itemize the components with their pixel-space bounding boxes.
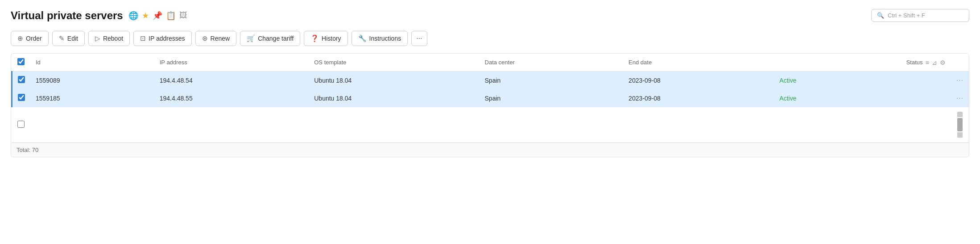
table-row: 1559089 194.4.48.54 Ubuntu 18.04 Spain 2… bbox=[12, 72, 969, 89]
toolbar: ⊕ Order ✎ Edit ▷ Reboot ⊡ IP addresses ⊛… bbox=[11, 31, 969, 46]
history-button[interactable]: ❓ History bbox=[304, 31, 348, 46]
reboot-label: Reboot bbox=[103, 35, 123, 42]
edit-icon: ✎ bbox=[59, 34, 65, 42]
header-checkbox-cell[interactable] bbox=[12, 54, 31, 72]
order-button[interactable]: ⊕ Order bbox=[11, 31, 49, 46]
servers-table: Id IP address OS template Data center En… bbox=[11, 54, 969, 143]
col-ip: IP address bbox=[154, 54, 309, 72]
row-actions-1[interactable]: ··· bbox=[951, 72, 969, 89]
scrollbar-col-header bbox=[951, 54, 969, 72]
col-status: Status ≡ ⊿ ⚙ bbox=[774, 54, 951, 72]
row-ip-1: 194.4.48.54 bbox=[154, 72, 309, 89]
table-header-row: Id IP address OS template Data center En… bbox=[12, 54, 969, 72]
ip-icon: ⊡ bbox=[140, 34, 146, 42]
instructions-button[interactable]: 🔧 Instructions bbox=[351, 31, 408, 46]
row-os-3 bbox=[309, 107, 479, 143]
row-status-1: Active bbox=[774, 72, 951, 89]
row-dc-3 bbox=[480, 107, 624, 143]
renew-button[interactable]: ⊛ Renew bbox=[195, 31, 237, 46]
col-enddate: End date bbox=[623, 54, 774, 72]
row-checkbox-2[interactable] bbox=[18, 94, 25, 101]
col-id: Id bbox=[30, 54, 154, 72]
col-menu-icon[interactable]: ≡ bbox=[925, 59, 929, 66]
reboot-button[interactable]: ▷ Reboot bbox=[88, 31, 130, 46]
table-footer: Total: 70 bbox=[11, 143, 969, 157]
select-all-checkbox[interactable] bbox=[17, 58, 25, 65]
ip-label: IP addresses bbox=[149, 35, 185, 42]
instructions-icon: 🔧 bbox=[358, 34, 367, 42]
row-dc-2: Spain bbox=[480, 89, 624, 107]
row-os-1: Ubuntu 18.04 bbox=[309, 72, 479, 89]
order-label: Order bbox=[26, 35, 42, 42]
col-os: OS template bbox=[309, 54, 479, 72]
history-icon: ❓ bbox=[310, 34, 319, 42]
col-filter-icon[interactable]: ⊿ bbox=[932, 59, 937, 66]
row-checkbox-cell-3[interactable] bbox=[12, 107, 31, 143]
row-enddate-1: 2023-09-08 bbox=[623, 72, 774, 89]
row-enddate-2: 2023-09-08 bbox=[623, 89, 774, 107]
servers-table-container: Id IP address OS template Data center En… bbox=[11, 53, 969, 157]
change-tariff-button[interactable]: 🛒 Change tariff bbox=[240, 31, 300, 46]
instructions-label: Instructions bbox=[369, 35, 401, 42]
row-status-3 bbox=[774, 107, 951, 143]
col-dc: Data center bbox=[480, 54, 624, 72]
change-tariff-label: Change tariff bbox=[258, 35, 294, 42]
page-header: Virtual private servers 🌐 ★ 📌 📋 🖼 🔍 Ctrl… bbox=[11, 9, 969, 22]
row-id-2: 1559185 bbox=[30, 89, 154, 107]
row-ip-3 bbox=[154, 107, 309, 143]
star-icon[interactable]: ★ bbox=[142, 11, 149, 21]
change-tariff-icon: 🛒 bbox=[247, 34, 255, 42]
row-checkbox-cell-1[interactable] bbox=[12, 72, 31, 89]
reboot-icon: ▷ bbox=[95, 34, 100, 42]
header-left: Virtual private servers 🌐 ★ 📌 📋 🖼 bbox=[11, 9, 187, 22]
edit-button[interactable]: ✎ Edit bbox=[52, 31, 85, 46]
row-dc-1: Spain bbox=[480, 72, 624, 89]
row-id-3 bbox=[30, 107, 154, 143]
ip-addresses-button[interactable]: ⊡ IP addresses bbox=[133, 31, 191, 46]
col-settings-icon[interactable]: ⚙ bbox=[940, 59, 946, 66]
image-icon[interactable]: 🖼 bbox=[179, 11, 187, 20]
row-enddate-3 bbox=[623, 107, 774, 143]
header-icons: 🌐 ★ 📌 📋 🖼 bbox=[128, 11, 187, 21]
renew-label: Renew bbox=[211, 35, 230, 42]
list-icon[interactable]: 📋 bbox=[166, 11, 176, 21]
row-status-2: Active bbox=[774, 89, 951, 107]
history-label: History bbox=[322, 35, 341, 42]
row-os-2: Ubuntu 18.04 bbox=[309, 89, 479, 107]
row-checkbox-1[interactable] bbox=[18, 76, 25, 83]
more-button[interactable]: ··· bbox=[411, 31, 427, 46]
edit-label: Edit bbox=[67, 35, 78, 42]
search-icon: 🔍 bbox=[877, 12, 884, 19]
search-box[interactable]: 🔍 Ctrl + Shift + F bbox=[871, 9, 969, 22]
row-actions-2[interactable]: ··· bbox=[951, 89, 969, 107]
row-ip-2: 194.4.48.55 bbox=[154, 89, 309, 107]
row-actions-3 bbox=[951, 107, 969, 143]
page-title: Virtual private servers bbox=[11, 9, 123, 22]
order-icon: ⊕ bbox=[17, 34, 23, 42]
search-placeholder: Ctrl + Shift + F bbox=[888, 12, 925, 19]
renew-icon: ⊛ bbox=[202, 34, 208, 42]
table-row-partial bbox=[12, 107, 969, 143]
globe-icon[interactable]: 🌐 bbox=[128, 11, 138, 21]
row-id-1: 1559089 bbox=[30, 72, 154, 89]
pin-icon[interactable]: 📌 bbox=[153, 11, 162, 21]
row-checkbox-3[interactable] bbox=[17, 121, 25, 128]
total-count: Total: 70 bbox=[17, 147, 38, 153]
table-row: 1559185 194.4.48.55 Ubuntu 18.04 Spain 2… bbox=[12, 89, 969, 107]
row-checkbox-cell-2[interactable] bbox=[12, 89, 31, 107]
